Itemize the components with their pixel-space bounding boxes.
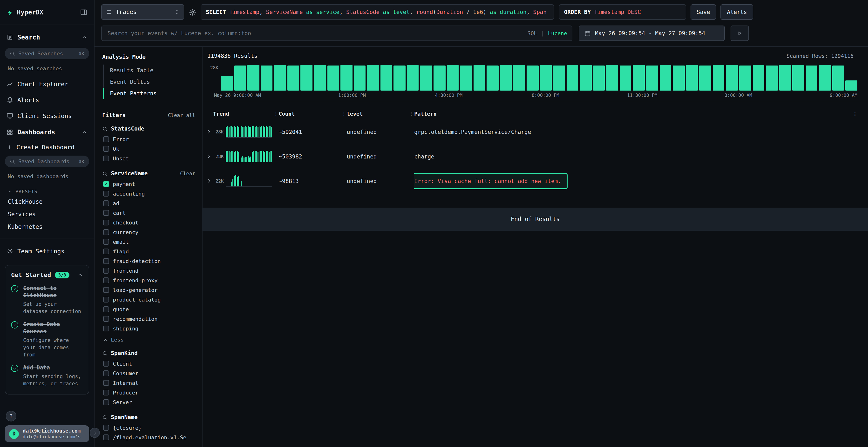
get-started-step[interactable]: Add Data Start sending logs, metrics, or… <box>11 364 83 387</box>
collapse-panel-icon[interactable] <box>80 9 87 16</box>
column-header-trend[interactable]: Trend <box>213 110 279 117</box>
column-header-level[interactable]: level <box>347 110 414 117</box>
source-select[interactable]: Traces <box>101 4 184 20</box>
saved-searches-input[interactable]: Saved Searches ⌘K <box>5 48 89 59</box>
lucene-mode-toggle[interactable]: Lucene <box>548 30 567 36</box>
column-header-count[interactable]: Count <box>279 110 347 117</box>
checkbox-quote[interactable] <box>103 306 109 312</box>
sidebar-section-search[interactable]: Search <box>0 29 94 46</box>
checkbox-unset[interactable] <box>103 156 109 161</box>
collapse-servicename-options[interactable]: Less <box>102 333 195 343</box>
checkbox-payment[interactable] <box>103 181 109 187</box>
highlighted-pattern[interactable]: Error: Visa cache full: cannot add new i… <box>414 173 567 189</box>
get-started-step[interactable]: Connect to ClickHouse Set up your databa… <box>11 285 83 315</box>
presets-toggle[interactable]: PRESETS <box>0 184 94 196</box>
sidebar-item-client-sessions[interactable]: Client Sessions <box>0 108 94 124</box>
filter-option-currency[interactable]: currency <box>102 227 195 237</box>
filter-option-email[interactable]: email <box>102 237 195 247</box>
saved-dashboards-input[interactable]: Saved Dashboards ⌘K <box>5 156 89 167</box>
checkbox-flagd[interactable] <box>103 248 109 254</box>
filter-option-producer[interactable]: Producer <box>102 388 195 398</box>
run-query-button[interactable] <box>731 26 749 41</box>
checkbox-frontend-proxy[interactable] <box>103 277 109 283</box>
checkbox-email[interactable] <box>103 239 109 245</box>
chevron-up-icon[interactable] <box>82 130 87 135</box>
filter-option-unset[interactable]: Unset <box>102 153 195 163</box>
row-expand-chevron[interactable] <box>207 178 213 183</box>
clear-all-filters-button[interactable]: Clear all <box>168 112 195 118</box>
checkbox-recommendation[interactable] <box>103 316 109 322</box>
checkbox-cart[interactable] <box>103 210 109 216</box>
checkbox-producer[interactable] <box>103 390 109 396</box>
checkbox-accounting[interactable] <box>103 191 109 197</box>
filter-option-server[interactable]: Server <box>102 398 195 407</box>
pattern-row[interactable]: 28K~592041undefinedgrpc.oteldemo.Payment… <box>207 119 858 144</box>
filter-option-client[interactable]: Client <box>102 359 195 369</box>
filter-option-error[interactable]: Error <box>102 134 195 144</box>
checkbox-error[interactable] <box>103 136 109 142</box>
event-search-input[interactable] <box>102 30 572 37</box>
order-by-editor[interactable]: ORDER BY Timestamp DESC <box>559 4 686 20</box>
row-expand-chevron[interactable] <box>207 153 213 159</box>
filter-option-frontend-proxy[interactable]: frontend-proxy <box>102 276 195 285</box>
filter-option-flagd[interactable]: flagd <box>102 247 195 256</box>
sql-mode-toggle[interactable]: SQL <box>528 30 537 36</box>
filter-option-closure[interactable]: {closure} <box>102 423 195 433</box>
app-logo[interactable]: HyperDX <box>7 9 43 16</box>
filter-option-shipping[interactable]: shipping <box>102 324 195 333</box>
checkbox-ok[interactable] <box>103 146 109 152</box>
filter-option-cart[interactable]: cart <box>102 208 195 218</box>
checkbox-flagd-evaluation-v1-se[interactable] <box>103 435 109 440</box>
pattern-row[interactable]: 28K~503982undefinedcharge <box>207 144 858 169</box>
filter-option-accounting[interactable]: accounting <box>102 189 195 199</box>
filter-option-ad[interactable]: ad <box>102 199 195 208</box>
time-range-picker[interactable]: May 26 09:09:54 - May 27 09:09:54 <box>579 26 725 41</box>
checkbox-product-catalog[interactable] <box>103 297 109 303</box>
checkbox-closure[interactable] <box>103 425 109 431</box>
analysis-mode-event-patterns[interactable]: Event Patterns <box>103 88 195 99</box>
sql-select-editor[interactable]: SELECT Timestamp, ServiceName as service… <box>200 4 554 20</box>
preset-item-kubernetes[interactable]: Kubernetes <box>0 220 94 233</box>
create-dashboard-button[interactable]: Create Dashboard <box>0 141 94 153</box>
checkbox-currency[interactable] <box>103 229 109 235</box>
filter-option-load-generator[interactable]: load-generator <box>102 285 195 295</box>
alerts-button[interactable]: Alerts <box>721 4 753 20</box>
get-started-step[interactable]: Create Data Sources Configure where your… <box>11 321 83 358</box>
filter-option-ok[interactable]: Ok <box>102 144 195 153</box>
filter-option-payment[interactable]: payment <box>102 179 195 189</box>
checkbox-server[interactable] <box>103 399 109 405</box>
checkbox-load-generator[interactable] <box>103 287 109 293</box>
filter-option-frontend[interactable]: frontend <box>102 266 195 276</box>
filter-option-product-catalog[interactable]: product-catalog <box>102 295 195 304</box>
analysis-mode-results-table[interactable]: Results Table <box>103 65 195 76</box>
checkbox-shipping[interactable] <box>103 325 109 332</box>
checkbox-fraud-detection[interactable] <box>103 258 109 264</box>
get-started-header[interactable]: Get Started 3/3 <box>11 271 83 278</box>
source-settings-gear-icon[interactable] <box>184 6 200 18</box>
events-histogram[interactable]: 28K May 26 9:00:00 AM1:00:00 PM4:30:00 P… <box>207 65 858 91</box>
sidebar-collapse-handle[interactable] <box>90 428 100 438</box>
sidebar-item-chart-explorer[interactable]: Chart Explorer <box>0 76 94 92</box>
help-button[interactable]: ? <box>6 411 17 421</box>
filter-option-checkout[interactable]: checkout <box>102 218 195 227</box>
checkbox-ad[interactable] <box>103 200 109 206</box>
filter-option-consumer[interactable]: Consumer <box>102 369 195 378</box>
checkbox-checkout[interactable] <box>103 220 109 226</box>
preset-item-clickhouse[interactable]: ClickHouse <box>0 196 94 208</box>
clear-servicename-filter[interactable]: Clear <box>180 171 195 176</box>
pattern-row[interactable]: 22K~98813undefinedError: Visa cache full… <box>207 169 858 193</box>
sidebar-item-alerts[interactable]: Alerts <box>0 92 94 108</box>
checkbox-frontend[interactable] <box>103 268 109 274</box>
column-header-pattern[interactable]: Pattern <box>414 110 850 117</box>
chevron-up-icon[interactable] <box>78 272 83 277</box>
save-button[interactable]: Save <box>690 4 716 20</box>
filter-option-flagd-evaluation-v1-se[interactable]: /flagd.evaluation.v1.Se <box>102 433 195 442</box>
checkbox-internal[interactable] <box>103 380 109 386</box>
preset-item-services[interactable]: Services <box>0 208 94 220</box>
filter-option-fraud-detection[interactable]: fraud-detection <box>102 256 195 266</box>
chevron-up-icon[interactable] <box>82 35 87 40</box>
sidebar-item-team-settings[interactable]: Team Settings <box>0 243 94 259</box>
analysis-mode-event-deltas[interactable]: Event Deltas <box>103 76 195 88</box>
row-expand-chevron[interactable] <box>207 129 213 134</box>
table-options-icon[interactable] <box>850 111 858 116</box>
